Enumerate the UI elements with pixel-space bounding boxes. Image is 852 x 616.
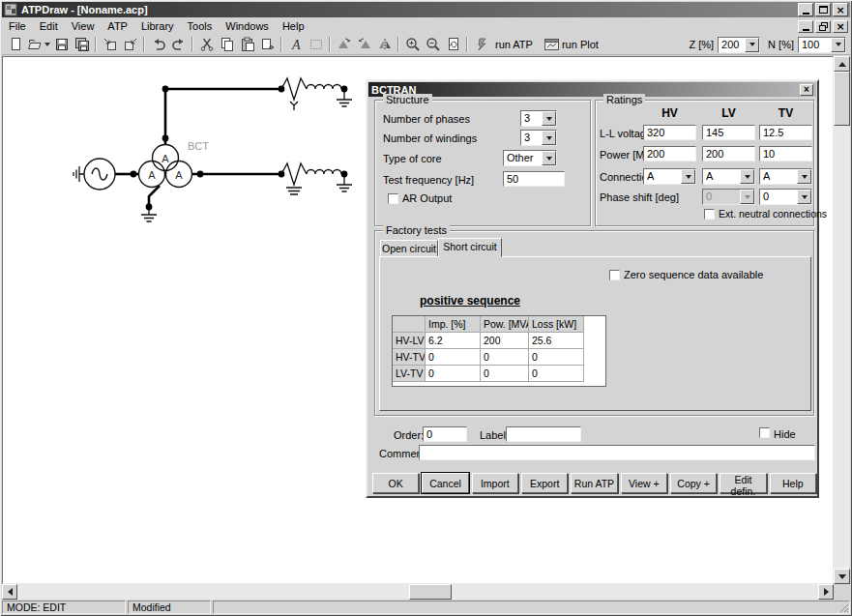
dropdown-button[interactable] [681,169,695,184]
edit-definitions-button[interactable]: Edit defin. [720,473,766,493]
rotate-ccw-button[interactable] [334,36,354,54]
zero-sequence-checkbox[interactable] [609,270,620,280]
rl-load-top[interactable] [281,78,352,110]
view-button[interactable]: View + [621,473,667,493]
scroll-up-button[interactable] [834,56,850,72]
redo-button[interactable] [168,36,189,54]
horizontal-scrollbar[interactable] [2,584,834,600]
zoom-n-combobox[interactable]: 100 [798,37,846,53]
ar-output-checkbox[interactable] [388,193,398,204]
table-cell[interactable]: 0 [426,349,481,366]
connection-hv-combobox[interactable]: A [643,168,696,185]
order-input[interactable] [423,426,467,442]
power-lv-input[interactable] [702,146,755,161]
ext-neutral-checkbox[interactable] [704,209,715,220]
table-cell[interactable]: 0 [529,349,584,366]
select-tool-button[interactable] [306,36,326,54]
scroll-left-button[interactable] [2,584,17,600]
new-button[interactable] [5,36,25,54]
table-cell[interactable]: 0 [529,366,584,382]
menu-library[interactable]: Library [134,19,181,33]
mdi-minimize-button[interactable] [798,20,813,33]
vertical-scrollbar[interactable] [834,56,850,584]
save-button[interactable] [51,36,72,54]
table-cell[interactable]: 6.2 [426,333,481,349]
import-button[interactable] [100,36,120,54]
duplicate-button[interactable] [257,36,278,54]
zoom-out-button[interactable] [423,36,443,54]
windings-combobox[interactable]: 3 [520,130,557,146]
help-button[interactable]: Help [770,473,816,493]
comment-input[interactable] [419,445,815,460]
copy-button[interactable] [217,36,237,54]
connection-tv-combobox[interactable]: A [759,168,812,185]
run-plot-button[interactable]: run Plot [539,36,604,54]
phases-combobox[interactable]: 3 [520,110,557,127]
run-atp-button[interactable]: run ATP [471,36,539,54]
dropdown-button[interactable] [797,190,811,204]
export-button[interactable] [120,36,140,54]
rl-load-bottom[interactable] [281,163,352,194]
close-button[interactable]: × [833,3,848,16]
menu-edit[interactable]: Edit [33,19,65,33]
power-tv-input[interactable] [759,146,812,161]
bct-transformer[interactable] [139,145,192,188]
table-cell[interactable]: 200 [481,333,529,349]
menu-help[interactable]: Help [276,19,311,33]
maximize-button[interactable] [815,3,831,16]
ok-button[interactable]: OK [372,473,419,493]
scroll-right-button[interactable] [818,584,834,600]
table-cell[interactable]: 0 [426,366,481,382]
core-type-combobox[interactable]: Other [503,150,557,166]
rotate-cw-button[interactable] [354,36,374,54]
dropdown-button[interactable] [797,169,811,184]
connection-lv-combobox[interactable]: A [702,168,755,185]
dropdown-button[interactable] [831,38,845,52]
vscroll-thumb[interactable] [834,72,850,126]
text-tool-button[interactable]: A [285,36,306,54]
copy-button[interactable]: Copy + [670,473,717,493]
refresh-button[interactable] [443,36,463,54]
mdi-restore-button[interactable] [815,20,831,33]
hscroll-thumb[interactable] [409,584,452,600]
dropdown-button[interactable] [745,38,759,52]
resize-grip-icon[interactable] [839,603,849,613]
zoom-z-combobox[interactable]: 200 [718,37,760,53]
test-frequency-input[interactable] [503,171,565,187]
menu-file[interactable]: File [2,19,33,33]
zoom-in-button[interactable] [402,36,423,54]
run-atp-button[interactable]: Run ATP [571,473,617,493]
dropdown-button[interactable] [542,151,556,165]
menu-view[interactable]: View [65,19,102,33]
ac-source[interactable] [73,159,115,190]
open-button[interactable] [25,36,51,54]
menu-windows[interactable]: Windows [219,19,276,33]
paste-button[interactable] [237,36,257,54]
mdi-close-button[interactable]: × [833,20,848,33]
table-cell[interactable]: 0 [481,349,529,366]
table-cell[interactable]: 25.6 [529,333,584,349]
minimize-button[interactable] [798,3,813,16]
cancel-button[interactable]: Cancel [422,473,468,493]
import-button[interactable]: Import [472,473,518,493]
dropdown-button[interactable] [542,131,556,145]
menu-tools[interactable]: Tools [181,19,220,33]
dialog-close-button[interactable]: × [800,84,813,96]
tab-short-circuit[interactable]: Short circuit [438,238,502,257]
save-all-button[interactable] [72,36,92,54]
voltage-tv-input[interactable] [759,125,812,140]
dropdown-button[interactable] [740,169,754,184]
phase-shift-tv-combobox[interactable]: 0 [759,189,812,205]
hide-checkbox[interactable] [759,427,770,438]
voltage-lv-input[interactable] [702,125,755,140]
cut-button[interactable] [196,36,217,54]
undo-button[interactable] [148,36,168,54]
power-hv-input[interactable] [643,146,696,161]
label-input[interactable] [506,426,581,442]
table-cell[interactable]: 0 [481,366,529,382]
voltage-hv-input[interactable] [643,125,696,140]
dropdown-button[interactable] [542,111,556,126]
flip-button[interactable] [374,36,395,54]
tab-open-circuit[interactable]: Open circuit [380,240,438,257]
menu-atp[interactable]: ATP [101,19,134,33]
